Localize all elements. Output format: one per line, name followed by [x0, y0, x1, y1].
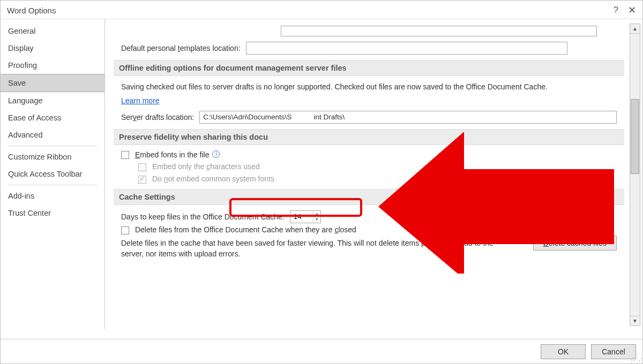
embed-only-chars-checkbox [138, 163, 146, 171]
sidebar-item-advanced[interactable]: Advanced [1, 126, 104, 143]
sidebar-item-general[interactable]: General [1, 22, 104, 40]
sidebar-item-quick-access-toolbar[interactable]: Quick Access Toolbar [1, 165, 104, 183]
embed-fonts-label: Embed fonts in the file [135, 150, 211, 159]
category-sidebar: General Display Proofing Save Language E… [1, 19, 105, 329]
do-not-embed-label: Do not embed common system fonts [152, 175, 274, 183]
options-panel: Default personal templates location: Off… [105, 19, 642, 329]
help-icon[interactable]: ? [614, 5, 618, 15]
server-drafts-label: Server drafts location: [121, 113, 194, 122]
scroll-up-icon[interactable]: ▲ [630, 24, 640, 34]
embed-only-chars-label: Embed only the characters used [152, 162, 260, 171]
resize-grip-icon[interactable]: ⋰⋰⋰ [631, 356, 641, 362]
sidebar-item-language[interactable]: Language [1, 92, 104, 109]
sidebar-divider [8, 146, 97, 146]
partial-textbox[interactable] [281, 26, 597, 36]
ok-button[interactable]: OK [541, 344, 586, 359]
word-options-dialog: Word Options ? ✕ General Display Proofin… [0, 0, 643, 364]
dialog-footer: OK Cancel [1, 339, 642, 363]
scroll-down-icon[interactable]: ▼ [630, 316, 640, 325]
sidebar-divider [8, 185, 97, 185]
cancel-button[interactable]: Cancel [591, 344, 636, 359]
learn-more-link[interactable]: Learn more [121, 96, 160, 105]
section-header-offline: Offline editing options for document man… [114, 60, 624, 76]
info-icon[interactable]: i [212, 150, 220, 158]
svg-marker-0 [378, 132, 614, 274]
sidebar-item-proofing[interactable]: Proofing [1, 57, 104, 74]
default-templates-label: Default personal templates location: [121, 44, 241, 52]
vertical-scrollbar[interactable]: ▲ ▼ [630, 24, 640, 326]
close-icon[interactable]: ✕ [628, 4, 636, 16]
annotation-highlight [229, 198, 362, 217]
sidebar-item-display[interactable]: Display [1, 40, 104, 57]
sidebar-item-trust-center[interactable]: Trust Center [1, 204, 104, 222]
spinner-down-icon[interactable]: ▼ [313, 217, 320, 222]
embed-fonts-checkbox[interactable] [121, 151, 129, 159]
default-templates-input[interactable] [246, 42, 567, 55]
titlebar: Word Options ? ✕ [1, 1, 642, 19]
sidebar-item-add-ins[interactable]: Add-ins [1, 187, 104, 204]
delete-on-close-checkbox[interactable] [121, 226, 129, 234]
scrollbar-thumb[interactable] [631, 99, 639, 174]
offline-body-text: Saving checked out files to server draft… [121, 81, 617, 92]
sidebar-item-customize-ribbon[interactable]: Customize Ribbon [1, 148, 104, 165]
do-not-embed-checkbox [138, 176, 146, 184]
dialog-title: Word Options [7, 6, 56, 15]
delete-on-close-label: Delete files from the Office Document Ca… [135, 225, 356, 234]
annotation-arrow-icon [373, 118, 625, 274]
sidebar-item-save[interactable]: Save [1, 74, 104, 92]
sidebar-item-ease-of-access[interactable]: Ease of Access [1, 109, 104, 126]
